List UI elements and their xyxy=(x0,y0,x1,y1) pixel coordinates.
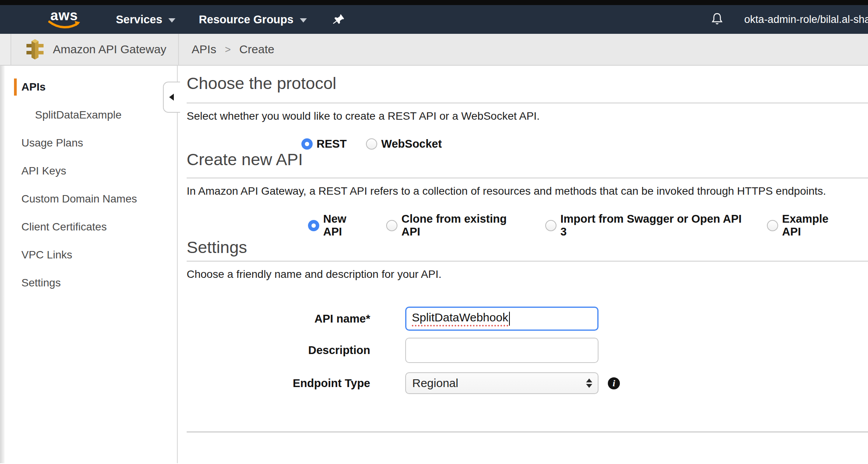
breadcrumb-separator: > xyxy=(225,44,231,56)
api-gateway-icon xyxy=(26,39,44,60)
text-caret xyxy=(509,312,510,326)
radio-rest[interactable]: REST xyxy=(301,138,346,150)
description-input[interactable] xyxy=(405,338,598,363)
protocol-radio-group: REST WebSocket xyxy=(301,138,868,150)
sidebar-item-usage-plans[interactable]: Usage Plans xyxy=(14,129,177,157)
breadcrumb-divider xyxy=(178,34,179,65)
endpoint-type-select[interactable]: Regional xyxy=(405,372,598,394)
section-divider xyxy=(187,261,868,262)
breadcrumb-left-gutter xyxy=(0,34,11,65)
services-menu[interactable]: Services xyxy=(116,13,175,26)
breadcrumb-create: Create xyxy=(239,43,274,56)
section-heading-settings: Settings xyxy=(187,238,868,256)
endpoint-type-info-icon[interactable]: i xyxy=(608,377,620,389)
radio-websocket[interactable]: WebSocket xyxy=(366,138,442,150)
page-body: APIs SplitDataExample Usage Plans API Ke… xyxy=(0,66,868,463)
api-source-radio-group: New API Clone from existing API Import f… xyxy=(308,213,868,238)
radio-example-api[interactable]: Example API xyxy=(767,213,849,238)
section-description: Select whether you would like to create … xyxy=(187,110,868,123)
radio-new-api[interactable]: New API xyxy=(308,213,367,238)
sidebar-item-client-certificates[interactable]: Client Certificates xyxy=(14,213,177,241)
endpoint-type-row: Endpoint Type Regional i xyxy=(187,372,868,394)
sidebar-item-apis[interactable]: APIs xyxy=(14,73,177,101)
account-role-menu[interactable]: okta-admin-role/bilal.al-sha xyxy=(744,14,868,26)
section-heading-choose-protocol: Choose the protocol xyxy=(187,74,868,92)
section-heading-create-new-api: Create new API xyxy=(187,150,868,168)
description-row: Description xyxy=(187,338,868,363)
window-chrome-strip xyxy=(0,0,868,5)
collapse-left-triangle-icon xyxy=(169,94,174,101)
section-divider xyxy=(187,178,868,178)
main-content: Choose the protocol Select whether you w… xyxy=(178,66,868,463)
form-bottom-divider xyxy=(187,431,868,433)
api-name-label: API name* xyxy=(187,312,370,325)
service-home-link[interactable]: Amazon API Gateway xyxy=(26,39,166,60)
chevron-down-icon xyxy=(300,18,307,23)
sidebar-collapse-button[interactable] xyxy=(163,82,180,113)
radio-unselected-icon[interactable] xyxy=(366,138,377,150)
radio-clone-from-existing-api[interactable]: Clone from existing API xyxy=(386,213,526,238)
create-api-form: API name* SplitDataWebhook Description E… xyxy=(187,307,868,394)
sidebar: APIs SplitDataExample Usage Plans API Ke… xyxy=(5,66,178,463)
radio-example-api-label: Example API xyxy=(782,213,849,238)
sidebar-item-api-keys[interactable]: API Keys xyxy=(14,157,177,185)
service-name: Amazon API Gateway xyxy=(53,43,166,56)
endpoint-type-label: Endpoint Type xyxy=(187,377,370,390)
api-name-row: API name* SplitDataWebhook xyxy=(187,307,868,331)
section-description: In Amazon API Gateway, a REST API refers… xyxy=(187,185,868,198)
notifications-bell-icon[interactable] xyxy=(710,12,724,27)
radio-selected-icon[interactable] xyxy=(308,220,319,231)
radio-selected-icon[interactable] xyxy=(301,138,313,150)
api-name-value: SplitDataWebhook xyxy=(412,311,508,326)
radio-import-label: Import from Swagger or Open API 3 xyxy=(560,213,747,238)
radio-new-api-label: New API xyxy=(323,213,367,238)
endpoint-type-value: Regional xyxy=(412,377,586,390)
sidebar-item-custom-domain-names[interactable]: Custom Domain Names xyxy=(14,185,177,213)
services-menu-label: Services xyxy=(116,13,162,26)
radio-import-from-swagger[interactable]: Import from Swagger or Open API 3 xyxy=(545,213,747,238)
radio-unselected-icon[interactable] xyxy=(545,220,556,231)
breadcrumb-apis-link[interactable]: APIs xyxy=(192,43,216,56)
left-edge-shadow xyxy=(0,66,5,463)
chevron-down-icon xyxy=(168,18,175,23)
sidebar-item-splitdataexample[interactable]: SplitDataExample xyxy=(14,101,177,129)
radio-clone-label: Clone from existing API xyxy=(401,213,526,238)
radio-unselected-icon[interactable] xyxy=(767,220,778,231)
select-stepper-icon xyxy=(586,379,592,388)
top-navigation-bar: aws Services Resource Groups okta-admin-… xyxy=(0,5,868,34)
api-name-input[interactable]: SplitDataWebhook xyxy=(405,307,598,331)
sidebar-item-settings[interactable]: Settings xyxy=(14,269,177,297)
pin-icon[interactable] xyxy=(332,13,345,26)
radio-websocket-label: WebSocket xyxy=(381,138,442,150)
section-description: Choose a friendly name and description f… xyxy=(187,268,868,281)
breadcrumb-bar: Amazon API Gateway APIs > Create xyxy=(0,34,868,66)
radio-unselected-icon[interactable] xyxy=(386,220,397,231)
breadcrumb: APIs > Create xyxy=(192,43,275,56)
section-divider xyxy=(187,103,868,103)
radio-rest-label: REST xyxy=(317,138,346,150)
aws-logo[interactable]: aws xyxy=(47,9,81,30)
description-label: Description xyxy=(187,344,370,357)
resource-groups-menu-label: Resource Groups xyxy=(199,13,293,26)
sidebar-item-vpc-links[interactable]: VPC Links xyxy=(14,241,177,269)
resource-groups-menu[interactable]: Resource Groups xyxy=(199,13,306,26)
aws-smile-icon xyxy=(47,20,81,30)
